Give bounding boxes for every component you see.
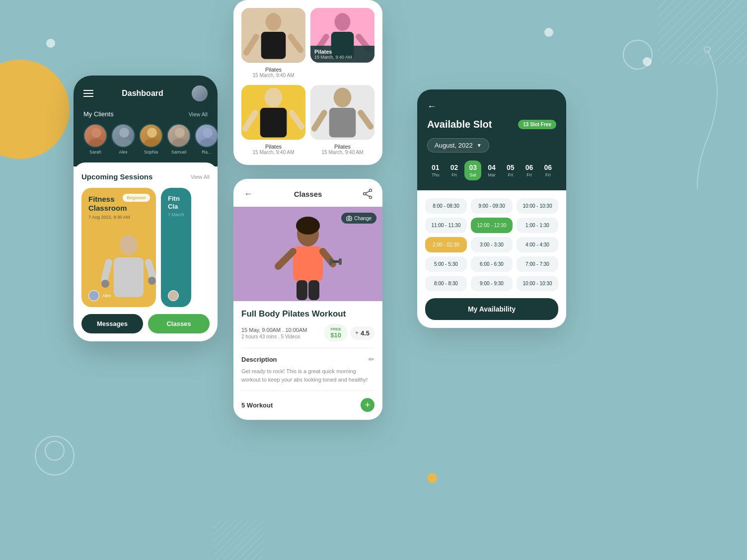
pilates-item-3[interactable]: Pilates 15 March, 9:40 AM: [241, 85, 305, 157]
time-slot-1[interactable]: 9:00 - 09:30: [471, 198, 513, 214]
pilates-item-4[interactable]: Pilates 15 March, 9:40 AM: [310, 85, 374, 157]
phone-dashboard: Dashboard My Clients View All Sarah: [74, 76, 218, 341]
dashboard-header: Dashboard My Clients View All Sarah: [74, 76, 218, 166]
session-card-2-title: FitnCla: [168, 195, 184, 210]
svg-point-8: [116, 139, 132, 148]
svg-point-19: [101, 280, 109, 288]
back-arrow-icon: ←: [244, 189, 253, 199]
time-slot-3[interactable]: 11:00 - 11:30: [425, 218, 467, 233]
add-workout-button[interactable]: +: [361, 398, 374, 412]
session-card-2[interactable]: FitnCla 7 March: [161, 188, 191, 307]
svg-point-27: [335, 13, 351, 31]
pilates-label-3: Pilates 15 March, 9:40 AM: [253, 140, 295, 157]
date-01[interactable]: 01 Thu: [427, 160, 444, 180]
month-selector[interactable]: August, 2022 ▼: [427, 138, 489, 153]
pilates-date-3: 15 March, 9:40 AM: [253, 150, 295, 155]
svg-point-9: [147, 128, 157, 138]
slot-back-button[interactable]: ←: [427, 101, 556, 112]
messages-button[interactable]: Messages: [81, 314, 143, 333]
user-avatar[interactable]: [192, 85, 208, 101]
availability-button[interactable]: My Availability: [425, 298, 558, 320]
time-slot-9[interactable]: 5:00 - 5:30: [425, 256, 467, 272]
other-name: Ra...: [202, 150, 211, 155]
svg-point-15: [120, 235, 138, 255]
pilates-item-2[interactable]: Pilates 15 March, 9:40 AM: [310, 8, 374, 80]
time-slot-10[interactable]: 6:00 - 6:30: [471, 256, 513, 272]
edit-icon[interactable]: ✏: [369, 355, 374, 363]
time-slot-7[interactable]: 3:00 - 3:30: [471, 237, 513, 252]
class-price-rating: FREE $10 + 4.5: [324, 324, 374, 342]
bg-circle-yellow: [0, 60, 70, 159]
client-sarah[interactable]: Sarah: [83, 124, 107, 155]
date-04[interactable]: 04 Mar: [483, 160, 500, 180]
time-slot-5[interactable]: 1:00 - 1:30: [517, 218, 558, 233]
class-hero-image: Change: [233, 207, 382, 301]
svg-point-12: [172, 139, 188, 148]
classes-button[interactable]: Classes: [148, 314, 210, 333]
class-date: 15 May, 9:00AM . 10:00AM: [241, 327, 307, 333]
pilates-item-1[interactable]: Pilates 15 March, 9:40 AM: [241, 8, 305, 80]
camera-icon: [346, 215, 352, 221]
session-card-2-date: 7 March: [168, 212, 184, 217]
pilates-label-1: Pilates 15 March, 9:40 AM: [253, 63, 295, 80]
slot-title: Available Slot: [427, 119, 492, 130]
svg-point-14: [200, 139, 216, 148]
time-slot-13[interactable]: 9:00 - 9:30: [471, 276, 513, 291]
svg-rect-38: [329, 108, 356, 138]
trainer-avatar-1: [88, 290, 99, 301]
back-button[interactable]: ←: [241, 187, 255, 201]
chevron-down-icon: ▼: [477, 143, 482, 148]
date-02[interactable]: 02 Fri: [446, 160, 463, 180]
bg-dot-2: [544, 28, 553, 37]
pilates-date-1: 15 March, 9:40 AM: [253, 73, 295, 78]
sophia-name: Sophia: [144, 150, 158, 155]
other-avatar: [195, 124, 218, 148]
client-avatars-row: Sarah Alex Sophia: [83, 124, 208, 155]
client-samuel[interactable]: Samuel: [167, 124, 191, 155]
svg-point-5: [91, 128, 101, 138]
share-button[interactable]: [361, 187, 374, 201]
date-day-03: Sat: [465, 172, 480, 177]
time-slot-4[interactable]: 12:00 - 12:30: [471, 218, 513, 233]
date-06b[interactable]: 06 Fri: [539, 160, 556, 180]
date-03[interactable]: 03 Sat: [464, 160, 481, 180]
time-slot-0[interactable]: 8:00 - 08:30: [425, 198, 467, 214]
classes-title: Classes: [294, 190, 322, 198]
svg-rect-33: [260, 108, 287, 138]
time-slot-8[interactable]: 4:00 - 4:30: [517, 237, 558, 252]
class-meta-left: 15 May, 9:00AM . 10:00AM 2 hours 43 mins…: [241, 327, 307, 339]
session-badge-1: Beginner: [123, 194, 150, 202]
date-day-04: Mar: [484, 172, 499, 177]
session-card-1[interactable]: Beginner FitnessClassroom 7 Aug 2022, 9:…: [81, 188, 156, 307]
time-slot-14[interactable]: 10:00 - 10:30: [517, 276, 558, 291]
client-sophia[interactable]: Sophia: [139, 124, 163, 155]
clients-section: My Clients View All Sarah Alex: [83, 110, 208, 155]
hamburger-icon[interactable]: [83, 90, 93, 97]
samuel-name: Samuel: [171, 150, 187, 155]
date-day-05: Fri: [503, 172, 518, 177]
dashboard-body: Upcoming Sessions View All Beginner Fitn…: [74, 162, 218, 341]
date-num-01: 01: [428, 163, 443, 171]
session-trainer-1: Alex: [88, 290, 111, 301]
dashboard-nav: Dashboard: [83, 85, 208, 101]
phone-classes-detail: ← Classes: [233, 179, 382, 420]
date-05[interactable]: 05 Fri: [502, 160, 519, 180]
session-card-2-content: FitnCla 7 March: [161, 188, 191, 228]
client-alex[interactable]: Alex: [111, 124, 135, 155]
desc-text: Get ready to rock! This is a great quick…: [241, 367, 374, 384]
change-button[interactable]: Change: [341, 213, 376, 224]
svg-point-32: [265, 87, 283, 107]
sessions-view-all[interactable]: View All: [191, 174, 210, 180]
pilates-figure-4: [310, 85, 374, 140]
class-name: Full Body Pilates Workout: [241, 309, 374, 319]
pilates-date-4: 15 March, 9:40 AM: [322, 150, 364, 155]
clients-view-all[interactable]: View All: [189, 111, 208, 117]
client-other[interactable]: Ra...: [195, 124, 218, 155]
time-slot-6[interactable]: 2:00 - 02:30: [425, 237, 467, 252]
time-slot-2[interactable]: 10:00 - 10:30: [517, 198, 558, 214]
time-slot-12[interactable]: 8:00 - 8:30: [425, 276, 467, 291]
svg-line-45: [366, 194, 370, 197]
time-slot-11[interactable]: 7:00 - 7:30: [517, 256, 558, 272]
date-06a[interactable]: 06 Fri: [521, 160, 538, 180]
pilates-title-4: Pilates: [322, 144, 364, 150]
